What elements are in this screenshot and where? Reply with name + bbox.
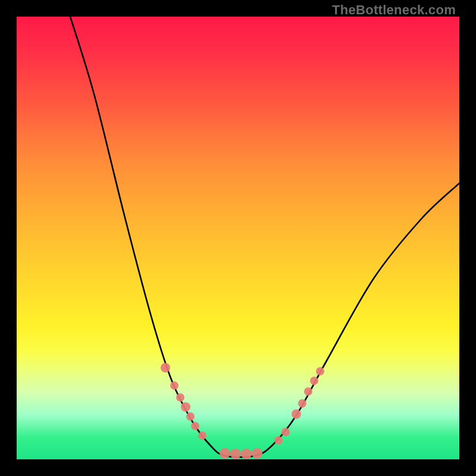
bottleneck-curve-path <box>70 17 459 457</box>
curve-marker <box>181 402 190 412</box>
curve-marker <box>198 431 206 440</box>
chart-svg <box>17 17 459 459</box>
curve-marker <box>281 428 290 436</box>
curve-marker <box>161 363 170 372</box>
curve-marker <box>292 409 301 419</box>
curve-marker <box>176 393 184 402</box>
curve-marker <box>298 399 306 408</box>
curve-marker <box>230 449 241 459</box>
chart-frame <box>17 17 459 459</box>
curve-marker <box>310 377 318 385</box>
watermark-label: TheBottleneck.com <box>332 2 456 18</box>
curve-marker <box>274 436 283 444</box>
curve-marker <box>186 412 195 421</box>
curve-marker <box>252 448 262 459</box>
curve-marker <box>191 422 199 430</box>
curve-marker <box>316 367 324 375</box>
curve-marker <box>304 387 312 396</box>
curve-marker <box>241 449 252 459</box>
bottleneck-curve <box>70 17 459 457</box>
curve-marker <box>220 448 230 459</box>
curve-markers <box>161 363 324 459</box>
curve-marker <box>170 381 178 390</box>
